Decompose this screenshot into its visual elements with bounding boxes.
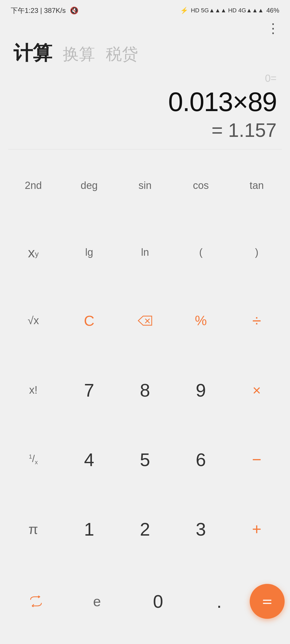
key-power[interactable]: xy xyxy=(5,239,61,266)
tab-converter[interactable]: 换算 xyxy=(63,43,95,65)
top-menu-bar: ⋮ xyxy=(0,19,290,35)
key-2[interactable]: 2 xyxy=(117,514,173,544)
mute-icon: 🔇 xyxy=(70,6,78,14)
key-open-paren[interactable]: ( xyxy=(173,239,229,266)
key-7[interactable]: 7 xyxy=(61,375,117,405)
key-0[interactable]: 0 xyxy=(128,587,189,616)
key-decimal[interactable]: . xyxy=(189,587,250,616)
key-add[interactable]: + xyxy=(229,514,285,544)
more-options-button[interactable]: ⋮ xyxy=(266,21,279,35)
key-backspace[interactable] xyxy=(117,306,173,335)
bluetooth-icon: ⚡ xyxy=(180,7,188,14)
key-2nd[interactable]: 2nd xyxy=(5,172,61,199)
tab-loan[interactable]: 税贷 xyxy=(106,43,138,65)
key-5[interactable]: 5 xyxy=(117,445,173,474)
key-multiply[interactable]: × xyxy=(229,375,285,405)
tab-row: 计算 换算 税贷 xyxy=(0,35,290,66)
key-row-3: √x C % ÷ xyxy=(5,286,285,355)
key-subtract[interactable]: − xyxy=(229,445,285,474)
key-toggle[interactable] xyxy=(5,587,67,616)
status-time-network: 下午1:23 | 387K/s 🔇 xyxy=(11,6,78,15)
key-close-paren[interactable]: ) xyxy=(229,239,285,266)
key-lg[interactable]: lg xyxy=(61,239,117,266)
status-icons: ⚡ HD 5G▲▲▲ HD 4G▲▲▲ 46% xyxy=(180,7,279,14)
key-sin[interactable]: sin xyxy=(117,172,173,199)
key-percent[interactable]: % xyxy=(173,306,229,335)
key-row-4: x! 7 8 9 × xyxy=(5,355,285,425)
key-cos[interactable]: cos xyxy=(173,172,229,199)
key-reciprocal[interactable]: 1/x xyxy=(5,445,61,474)
key-6[interactable]: 6 xyxy=(173,445,229,474)
keypad: 2nd deg sin cos tan xy lg ln ( ) √x C % … xyxy=(0,149,290,644)
key-row-7: e 0 . ＝ xyxy=(5,564,285,639)
time: 下午1:23 xyxy=(11,6,38,14)
key-pi[interactable]: π xyxy=(5,514,61,544)
battery: 46% xyxy=(266,7,279,14)
key-4[interactable]: 4 xyxy=(61,445,117,474)
status-bar: 下午1:23 | 387K/s 🔇 ⚡ HD 5G▲▲▲ HD 4G▲▲▲ 46… xyxy=(0,0,290,19)
key-row-5: 1/x 4 5 6 − xyxy=(5,425,285,494)
display-area: 0= 0.013×89 = 1.157 xyxy=(0,66,290,141)
key-row-1: 2nd deg sin cos tan xyxy=(5,152,285,219)
key-8[interactable]: 8 xyxy=(117,375,173,405)
key-clear[interactable]: C xyxy=(61,306,117,335)
key-sqrt[interactable]: √x xyxy=(5,306,61,335)
key-deg[interactable]: deg xyxy=(61,172,117,199)
display-result: = 1.157 xyxy=(212,119,277,141)
key-1[interactable]: 1 xyxy=(61,514,117,544)
key-ln[interactable]: ln xyxy=(117,239,173,266)
key-factorial[interactable]: x! xyxy=(5,375,61,405)
signal-icons: HD 5G▲▲▲ HD 4G▲▲▲ xyxy=(191,7,264,14)
key-row-6: π 1 2 3 + xyxy=(5,494,285,564)
display-expression: 0.013×89 xyxy=(168,87,277,116)
network-speed: | 387K/s xyxy=(40,6,66,14)
tab-calculator[interactable]: 计算 xyxy=(13,40,52,66)
display-history: 0= xyxy=(265,73,277,84)
key-divide[interactable]: ÷ xyxy=(229,306,285,335)
key-equals[interactable]: ＝ xyxy=(250,584,285,619)
key-tan[interactable]: tan xyxy=(229,172,285,199)
key-euler[interactable]: e xyxy=(67,587,128,616)
key-row-2: xy lg ln ( ) xyxy=(5,219,285,286)
key-3[interactable]: 3 xyxy=(173,514,229,544)
key-9[interactable]: 9 xyxy=(173,375,229,405)
